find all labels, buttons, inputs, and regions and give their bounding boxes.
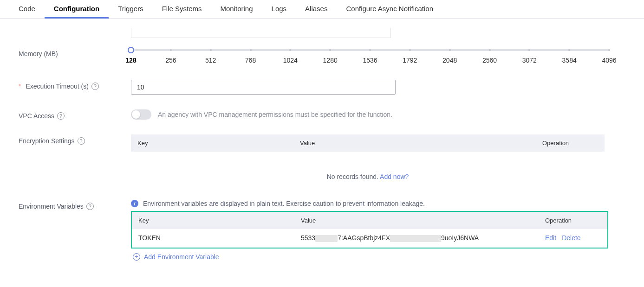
vpc-toggle[interactable] [131, 109, 151, 120]
slider-mark[interactable]: 1792 [403, 57, 417, 64]
col-header-value: Value [300, 140, 542, 147]
tab-async-notification[interactable]: Configure Async Notification [337, 0, 442, 18]
slider-thumb[interactable] [128, 47, 134, 53]
tab-code[interactable]: Code [9, 0, 45, 18]
env-key-cell: TOKEN [138, 234, 301, 242]
timeout-input[interactable] [131, 80, 396, 95]
encryption-label: Encryption Settings ? [19, 134, 131, 145]
col-header-key: Key [138, 217, 301, 224]
slider-mark[interactable]: 4096 [602, 57, 616, 64]
timeout-label: * Execution Timeout (s) ? [19, 80, 131, 90]
slider-mark[interactable]: 1536 [363, 57, 377, 64]
slider-mark[interactable]: 3072 [522, 57, 537, 64]
delete-button[interactable]: Delete [562, 234, 580, 242]
plus-icon: + [133, 253, 140, 261]
env-vars-table: Key Value Operation TOKEN 5533xxxx7:AAGs… [131, 211, 608, 249]
slider-mark[interactable]: 512 [205, 57, 216, 64]
collapsed-field [131, 28, 391, 38]
col-header-value: Value [301, 217, 545, 224]
memory-slider[interactable]: 1282565127681024128015361792204825603072… [131, 47, 609, 65]
encryption-table: Key Value Operation No records found. Ad… [131, 134, 605, 185]
col-header-operation: Operation [542, 140, 598, 147]
tab-bar: Code Configuration Triggers File Systems… [0, 0, 644, 19]
slider-mark[interactable]: 3584 [562, 57, 577, 64]
vpc-label: VPC Access ? [19, 109, 131, 120]
memory-label: Memory (MB) [19, 47, 131, 57]
env-info: i Environment variables are displayed in… [131, 200, 625, 207]
tab-file-systems[interactable]: File Systems [153, 0, 211, 18]
tab-aliases[interactable]: Aliases [296, 0, 337, 18]
slider-mark[interactable]: 256 [165, 57, 176, 64]
slider-mark[interactable]: 768 [245, 57, 256, 64]
toggle-knob [132, 110, 140, 119]
tab-triggers[interactable]: Triggers [109, 0, 152, 18]
help-icon[interactable]: ? [86, 203, 94, 210]
slider-mark[interactable]: 2560 [482, 57, 497, 64]
col-header-key: Key [137, 140, 300, 147]
table-row: TOKEN 5533xxxx7:AAGspBtbjz4FXxxxxxxxxx9u… [132, 229, 607, 248]
required-icon: * [19, 83, 21, 90]
help-icon[interactable]: ? [57, 112, 65, 120]
edit-button[interactable]: Edit [545, 234, 556, 242]
add-now-link[interactable]: Add now? [380, 173, 409, 180]
tab-logs[interactable]: Logs [262, 0, 296, 18]
info-icon: i [131, 200, 138, 207]
slider-mark[interactable]: 128 [125, 57, 136, 64]
slider-mark[interactable]: 1280 [323, 57, 338, 64]
col-header-operation: Operation [545, 217, 601, 224]
empty-state: No records found. Add now? [131, 152, 605, 185]
slider-mark[interactable]: 2048 [442, 57, 457, 64]
env-value-cell: 5533xxxx7:AAGspBtbjz4FXxxxxxxxxx9uoIyJ6N… [301, 234, 545, 242]
add-env-var-button[interactable]: + Add Environment Variable [131, 249, 625, 265]
tab-monitoring[interactable]: Monitoring [211, 0, 262, 18]
help-icon[interactable]: ? [91, 83, 99, 90]
vpc-hint: An agency with VPC management permission… [158, 111, 392, 118]
help-icon[interactable]: ? [78, 137, 85, 145]
tab-configuration[interactable]: Configuration [45, 0, 109, 18]
env-vars-label: Environment Variables ? [19, 200, 131, 210]
slider-mark[interactable]: 1024 [283, 57, 298, 64]
